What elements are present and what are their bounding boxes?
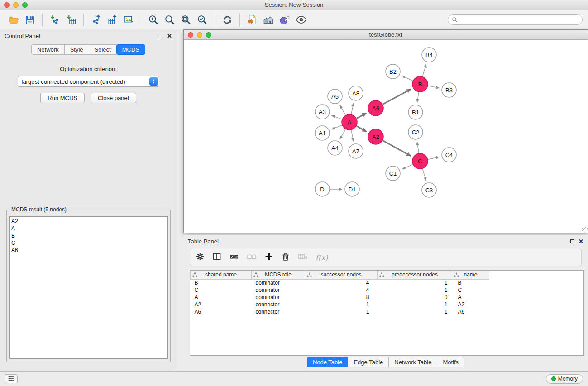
node-B4[interactable]: B4 bbox=[422, 48, 436, 62]
column-header-name[interactable]: name bbox=[452, 271, 489, 279]
result-item[interactable]: B bbox=[11, 232, 166, 239]
tab-network[interactable]: Network bbox=[31, 44, 65, 55]
table-row[interactable]: Bdominator41B bbox=[191, 279, 489, 286]
edge-C-C2[interactable] bbox=[417, 142, 419, 153]
network-canvas[interactable]: B4B2BB3A5A8A6B1A3AC2A1A2A4A7C4CC1C3DD1 bbox=[184, 40, 588, 233]
function-builder-button[interactable]: f(x) bbox=[316, 253, 328, 262]
edge-A-A5[interactable] bbox=[340, 105, 345, 115]
close-table-panel-icon[interactable]: ✕ bbox=[578, 239, 583, 243]
export-image-button[interactable] bbox=[120, 12, 137, 28]
search-field[interactable] bbox=[448, 14, 583, 25]
close-network-window-button[interactable] bbox=[188, 32, 193, 38]
table-settings-button[interactable] bbox=[196, 252, 205, 263]
run-mcds-button[interactable]: Run MCDS bbox=[40, 93, 85, 103]
birdseye-toggle-button[interactable] bbox=[293, 12, 309, 28]
edge-A-A2[interactable] bbox=[357, 126, 367, 132]
create-column-button[interactable] bbox=[264, 252, 273, 263]
zoom-window-button[interactable] bbox=[22, 2, 28, 8]
float-panel-icon[interactable] bbox=[159, 34, 163, 38]
node-D[interactable]: D bbox=[315, 182, 330, 196]
open-file-button[interactable] bbox=[5, 12, 22, 28]
export-table-button[interactable] bbox=[104, 12, 120, 28]
tab-node-table[interactable]: Node Table bbox=[307, 357, 349, 367]
tab-mcds[interactable]: MCDS bbox=[116, 44, 145, 55]
edge-B-B2[interactable] bbox=[402, 76, 413, 81]
optimization-dropdown[interactable]: largest connected component (directed) bbox=[18, 76, 159, 87]
node-D1[interactable]: D1 bbox=[345, 182, 359, 196]
edge-B-B1[interactable] bbox=[417, 92, 419, 103]
node-A1[interactable]: A1 bbox=[315, 126, 330, 140]
tab-edge-table[interactable]: Edge Table bbox=[348, 357, 389, 367]
search-input[interactable] bbox=[460, 17, 578, 23]
node-B[interactable]: B bbox=[412, 76, 428, 92]
select-all-columns-button[interactable] bbox=[229, 252, 239, 263]
node-B3[interactable]: B3 bbox=[442, 83, 456, 97]
import-network-file-button[interactable] bbox=[47, 12, 63, 28]
column-header-shared-name[interactable]: shared name bbox=[191, 271, 252, 279]
node-A5[interactable]: A5 bbox=[328, 89, 342, 104]
zoom-fit-button[interactable] bbox=[178, 12, 194, 28]
result-item[interactable]: A2 bbox=[11, 218, 166, 225]
edge-A-A6[interactable] bbox=[357, 113, 367, 119]
tab-select[interactable]: Select bbox=[89, 44, 117, 55]
zoom-out-button[interactable] bbox=[162, 12, 178, 28]
delete-column-button[interactable] bbox=[281, 252, 290, 263]
mcds-result-list[interactable]: A2ABCA6 bbox=[9, 216, 168, 359]
zoom-selected-button[interactable] bbox=[194, 12, 210, 28]
import-table-file-button[interactable] bbox=[63, 12, 79, 28]
table-row[interactable]: A6connector11A6 bbox=[191, 308, 489, 315]
edge-A-A8[interactable] bbox=[351, 103, 354, 114]
zoom-network-window-button[interactable] bbox=[206, 32, 211, 38]
edge-A-A4[interactable] bbox=[340, 129, 345, 139]
unselect-all-columns-button[interactable] bbox=[247, 252, 257, 263]
close-panel-button[interactable]: Close panel bbox=[91, 93, 136, 103]
tab-network-table[interactable]: Network Table bbox=[388, 357, 437, 367]
edge-A6-B[interactable] bbox=[383, 89, 411, 105]
node-C2[interactable]: C2 bbox=[408, 125, 423, 139]
column-header-mcds-role[interactable]: MCDS role bbox=[252, 271, 305, 279]
edge-A-A3[interactable] bbox=[332, 115, 342, 119]
node-A8[interactable]: A8 bbox=[349, 86, 363, 100]
node-table-container[interactable]: shared nameMCDS rolesuccessor nodesprede… bbox=[190, 270, 584, 356]
node-C[interactable]: C bbox=[412, 153, 428, 169]
node-B2[interactable]: B2 bbox=[386, 64, 400, 79]
node-A2[interactable]: A2 bbox=[368, 129, 383, 144]
minimize-window-button[interactable] bbox=[13, 2, 19, 8]
tab-style[interactable]: Style bbox=[64, 44, 89, 55]
node-C4[interactable]: C4 bbox=[442, 148, 456, 162]
node-A7[interactable]: A7 bbox=[349, 144, 363, 158]
float-table-panel-icon[interactable] bbox=[570, 239, 574, 243]
column-header-successor-nodes[interactable]: successor nodes bbox=[305, 271, 378, 279]
edge-B-B3[interactable] bbox=[428, 86, 440, 88]
zoom-in-button[interactable] bbox=[145, 12, 162, 28]
export-table-grid-button[interactable] bbox=[298, 252, 308, 263]
close-window-button[interactable] bbox=[4, 2, 10, 8]
edge-A-A7[interactable] bbox=[351, 130, 354, 142]
result-item[interactable]: C bbox=[11, 239, 166, 247]
task-history-button[interactable] bbox=[5, 374, 18, 383]
close-panel-icon[interactable]: ✕ bbox=[167, 34, 172, 38]
edge-C-C3[interactable] bbox=[422, 169, 426, 181]
edge-A-A1[interactable] bbox=[331, 125, 342, 129]
apply-layout-button[interactable] bbox=[219, 12, 235, 28]
node-C1[interactable]: C1 bbox=[386, 166, 400, 181]
window-resize-grip[interactable] bbox=[582, 227, 588, 233]
minimize-network-window-button[interactable] bbox=[197, 32, 202, 38]
node-A[interactable]: A bbox=[342, 114, 357, 130]
memory-status-button[interactable]: Memory bbox=[546, 374, 583, 384]
edge-C-C1[interactable] bbox=[402, 164, 413, 169]
show-column-panel-button[interactable] bbox=[212, 252, 221, 263]
home-button[interactable] bbox=[260, 12, 277, 28]
table-row[interactable]: A2connector11A2 bbox=[191, 301, 489, 308]
edge-A2-C[interactable] bbox=[383, 141, 411, 156]
result-item[interactable]: A6 bbox=[11, 247, 166, 254]
column-header-predecessor-nodes[interactable]: predecessor nodes bbox=[378, 271, 452, 279]
network-graph[interactable]: B4B2BB3A5A8A6B1A3AC2A1A2A4A7C4CC1C3DD1 bbox=[184, 40, 588, 233]
result-item[interactable]: A bbox=[11, 225, 166, 232]
node-C3[interactable]: C3 bbox=[422, 183, 436, 197]
edge-C-C4[interactable] bbox=[428, 157, 440, 160]
node-A4[interactable]: A4 bbox=[328, 141, 342, 155]
tab-motifs[interactable]: Motifs bbox=[437, 357, 464, 367]
open-session-file-button[interactable] bbox=[244, 12, 260, 28]
save-session-button[interactable] bbox=[22, 12, 38, 28]
